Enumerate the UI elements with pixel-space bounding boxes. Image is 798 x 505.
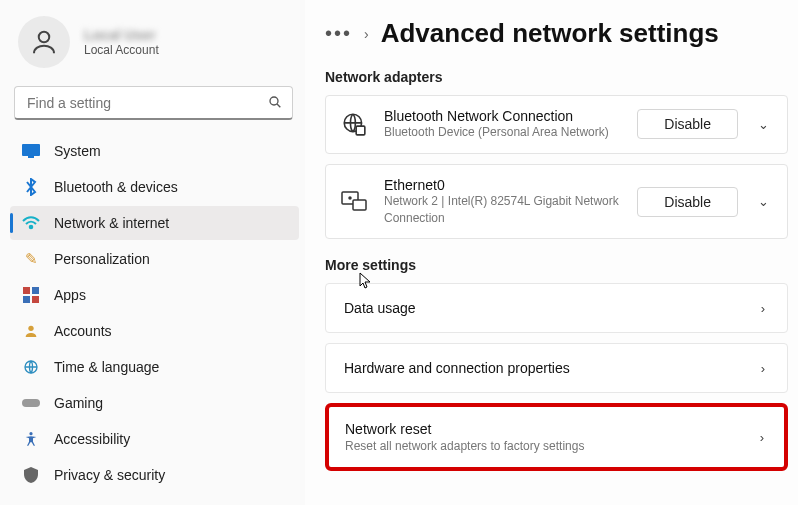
chevron-right-icon: › xyxy=(757,301,769,316)
disable-button[interactable]: Disable xyxy=(637,187,738,217)
account-block[interactable]: Local User Local Account xyxy=(10,10,299,80)
adapter-sub: Bluetooth Device (Personal Area Network) xyxy=(384,124,621,141)
sidebar: Local User Local Account System Blueto xyxy=(0,0,305,505)
sidebar-item-personalization[interactable]: ✎ Personalization xyxy=(10,242,299,276)
svg-rect-9 xyxy=(32,296,39,303)
adapter-title: Ethernet0 xyxy=(384,177,621,193)
svg-point-5 xyxy=(30,226,33,229)
sidebar-item-label: Bluetooth & devices xyxy=(54,179,178,195)
sidebar-item-accounts[interactable]: Accounts xyxy=(10,314,299,348)
row-sub: Reset all network adapters to factory se… xyxy=(345,439,584,453)
row-title: Network reset xyxy=(345,421,584,437)
section-more-settings: More settings xyxy=(325,257,788,273)
search-input[interactable] xyxy=(14,86,293,120)
chevron-right-icon: › xyxy=(756,430,768,445)
sidebar-item-apps[interactable]: Apps xyxy=(10,278,299,312)
row-title: Hardware and connection properties xyxy=(344,360,570,376)
search-box xyxy=(14,86,293,120)
sidebar-item-bluetooth[interactable]: Bluetooth & devices xyxy=(10,170,299,204)
row-title: Data usage xyxy=(344,300,416,316)
adapter-title: Bluetooth Network Connection xyxy=(384,108,621,124)
avatar xyxy=(18,16,70,68)
sidebar-item-label: Network & internet xyxy=(54,215,169,231)
account-name: Local User xyxy=(84,27,159,43)
globe-network-icon xyxy=(340,110,368,138)
svg-rect-8 xyxy=(23,296,30,303)
row-hardware-properties[interactable]: Hardware and connection properties › xyxy=(325,343,788,393)
sidebar-item-label: Gaming xyxy=(54,395,103,411)
sidebar-item-label: Accounts xyxy=(54,323,112,339)
user-icon xyxy=(22,322,40,340)
page-title: Advanced network settings xyxy=(381,18,719,49)
wifi-icon xyxy=(22,214,40,232)
svg-rect-7 xyxy=(32,287,39,294)
chevron-down-icon[interactable]: ⌄ xyxy=(754,117,773,132)
brush-icon: ✎ xyxy=(22,250,40,268)
sidebar-item-gaming[interactable]: Gaming xyxy=(10,386,299,420)
adapter-card-bluetooth[interactable]: Bluetooth Network Connection Bluetooth D… xyxy=(325,95,788,154)
accessibility-icon xyxy=(22,430,40,448)
disable-button[interactable]: Disable xyxy=(637,109,738,139)
globe-icon xyxy=(22,358,40,376)
adapter-card-ethernet[interactable]: Ethernet0 Network 2 | Intel(R) 82574L Gi… xyxy=(325,164,788,240)
search-icon[interactable] xyxy=(267,94,283,114)
svg-rect-4 xyxy=(28,156,34,158)
sidebar-item-privacy[interactable]: Privacy & security xyxy=(10,458,299,492)
person-icon xyxy=(29,27,59,57)
sidebar-item-label: Privacy & security xyxy=(54,467,165,483)
breadcrumb-more-icon[interactable]: ••• xyxy=(325,22,352,45)
sidebar-item-label: System xyxy=(54,143,101,159)
sidebar-item-network[interactable]: Network & internet xyxy=(10,206,299,240)
gamepad-icon xyxy=(22,394,40,412)
sidebar-item-label: Apps xyxy=(54,287,86,303)
sidebar-item-time[interactable]: Time & language xyxy=(10,350,299,384)
svg-rect-3 xyxy=(22,144,40,156)
svg-rect-12 xyxy=(22,399,40,407)
svg-rect-17 xyxy=(353,200,366,210)
shield-icon xyxy=(22,466,40,484)
sidebar-item-label: Time & language xyxy=(54,359,159,375)
row-network-reset[interactable]: Network reset Reset all network adapters… xyxy=(325,403,788,471)
sidebar-item-accessibility[interactable]: Accessibility xyxy=(10,422,299,456)
svg-point-18 xyxy=(349,197,351,199)
svg-rect-15 xyxy=(356,127,365,136)
svg-point-13 xyxy=(29,432,32,435)
account-sub: Local Account xyxy=(84,43,159,57)
sidebar-item-label: Personalization xyxy=(54,251,150,267)
breadcrumb: ••• › Advanced network settings xyxy=(325,18,788,49)
section-network-adapters: Network adapters xyxy=(325,69,788,85)
main-panel: ••• › Advanced network settings Network … xyxy=(305,0,798,505)
sidebar-item-label: Accessibility xyxy=(54,431,130,447)
bluetooth-icon xyxy=(22,178,40,196)
chevron-down-icon[interactable]: ⌄ xyxy=(754,194,773,209)
svg-line-2 xyxy=(277,104,280,107)
svg-rect-6 xyxy=(23,287,30,294)
sidebar-nav: System Bluetooth & devices Network & int… xyxy=(10,134,299,492)
chevron-right-icon: › xyxy=(364,26,369,42)
sidebar-item-system[interactable]: System xyxy=(10,134,299,168)
chevron-right-icon: › xyxy=(757,361,769,376)
adapter-sub: Network 2 | Intel(R) 82574L Gigabit Netw… xyxy=(384,193,621,227)
svg-point-0 xyxy=(39,32,50,43)
row-data-usage[interactable]: Data usage › xyxy=(325,283,788,333)
svg-point-1 xyxy=(270,97,278,105)
display-icon xyxy=(22,142,40,160)
ethernet-icon xyxy=(340,188,368,216)
svg-point-10 xyxy=(28,326,33,331)
apps-icon xyxy=(22,286,40,304)
